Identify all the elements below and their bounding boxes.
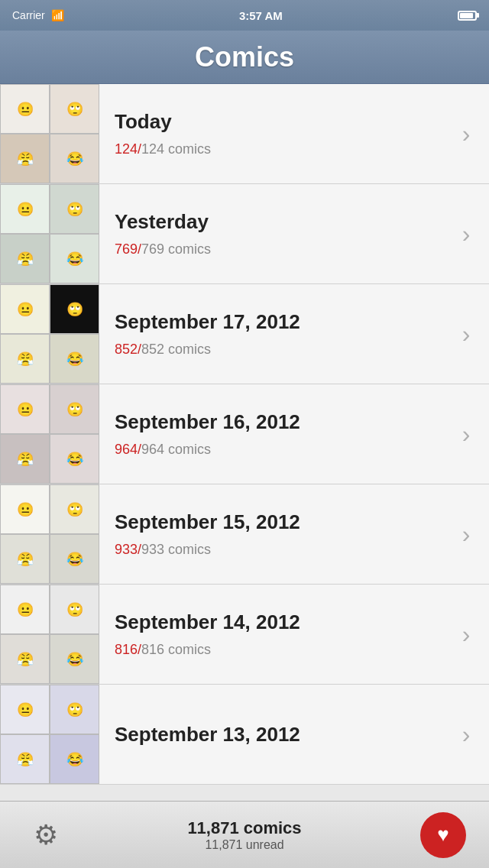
thumbnail-sep13: 😐🙄😤😂: [0, 685, 99, 784]
battery-icon: [458, 11, 477, 21]
chevron-icon: [451, 219, 481, 249]
item-count-today: 124/124 comics: [115, 141, 436, 157]
count-read: 933/: [115, 542, 141, 557]
item-content-sep14: September 14, 2012816/816 comics: [99, 597, 451, 672]
chevron-icon: [451, 719, 481, 750]
thumb-cell: 😂: [50, 234, 99, 283]
item-title-sep13: September 13, 2012: [115, 723, 436, 747]
status-time: 3:57 AM: [239, 9, 283, 22]
list-item-sep17[interactable]: 😐🙄😤😂September 17, 2012852/852 comics: [0, 284, 489, 384]
thumb-cell: 🙄: [50, 284, 99, 334]
thumb-cell: 😐: [0, 384, 50, 434]
item-count-sep17: 852/852 comics: [115, 342, 436, 358]
count-total: 816 comics: [141, 642, 211, 657]
favorites-button[interactable]: ♥: [420, 812, 466, 858]
item-content-sep15: September 15, 2012933/933 comics: [99, 497, 451, 572]
count-total: 964 comics: [141, 442, 211, 457]
thumb-cell: 🙄: [50, 685, 99, 734]
thumbnail-sep15: 😐🙄😤😂: [0, 484, 99, 584]
chevron-icon: [451, 519, 481, 549]
count-read: 964/: [115, 442, 141, 457]
nav-bar: Comics: [0, 31, 489, 84]
thumb-cell: 🙄: [50, 585, 99, 634]
thumb-cell: 🙄: [50, 184, 99, 234]
count-total: 933 comics: [141, 542, 211, 557]
list-item-yesterday[interactable]: 😐🙄😤😂Yesterday769/769 comics: [0, 184, 489, 284]
count-total: 769 comics: [141, 241, 211, 257]
item-title-today: Today: [115, 110, 436, 134]
chevron-icon: [451, 419, 481, 449]
item-title-yesterday: Yesterday: [115, 210, 436, 234]
item-content-sep17: September 17, 2012852/852 comics: [99, 296, 451, 371]
list-item-sep16[interactable]: 😐🙄😤😂September 16, 2012964/964 comics: [0, 384, 489, 484]
list-item-sep13[interactable]: 😐🙄😤😂September 13, 2012: [0, 685, 489, 785]
thumbnail-today: 😐🙄😤😂: [0, 84, 99, 183]
thumb-cell: 😂: [50, 334, 99, 384]
thumb-cell: 🙄: [50, 384, 99, 434]
chevron-icon: [451, 619, 481, 649]
thumbnail-yesterday: 😐🙄😤😂: [0, 184, 99, 283]
thumb-cell: 😐: [0, 284, 50, 334]
thumb-cell: 😂: [50, 734, 99, 784]
thumb-cell: 😤: [0, 134, 50, 183]
gear-icon: ⚙: [34, 819, 58, 851]
status-left: Carrier 📶: [12, 9, 64, 21]
heart-icon: ♥: [437, 823, 449, 847]
total-comics: 11,871 comics: [187, 818, 301, 838]
nav-title: Comics: [195, 41, 294, 73]
footer-stats: 11,871 comics 11,871 unread: [187, 818, 301, 852]
list-item-sep15[interactable]: 😐🙄😤😂September 15, 2012933/933 comics: [0, 484, 489, 585]
thumbnail-sep14: 😐🙄😤😂: [0, 585, 99, 684]
thumb-cell: 😤: [0, 534, 50, 584]
status-right: [458, 11, 477, 21]
comics-list: 😐🙄😤😂Today124/124 comics😐🙄😤😂Yesterday769/…: [0, 84, 489, 785]
list-item-sep14[interactable]: 😐🙄😤😂September 14, 2012816/816 comics: [0, 585, 489, 685]
chevron-icon: [451, 319, 481, 349]
thumb-cell: 😐: [0, 685, 50, 734]
item-count-sep14: 816/816 comics: [115, 642, 436, 658]
thumb-cell: 😂: [50, 634, 99, 684]
item-content-sep16: September 16, 2012964/964 comics: [99, 397, 451, 471]
item-count-yesterday: 769/769 comics: [115, 241, 436, 257]
thumb-cell: 😐: [0, 184, 50, 234]
chevron-icon: [451, 118, 481, 149]
thumbnail-sep17: 😐🙄😤😂: [0, 284, 99, 384]
wifi-icon: 📶: [51, 9, 64, 21]
status-bar: Carrier 📶 3:57 AM: [0, 0, 489, 31]
thumb-cell: 🙄: [50, 484, 99, 534]
thumb-cell: 😂: [50, 134, 99, 183]
thumb-cell: 😂: [50, 534, 99, 584]
item-content-sep13: September 13, 2012: [99, 709, 451, 760]
thumb-cell: 😤: [0, 234, 50, 283]
unread-comics: 11,871 unread: [187, 838, 301, 852]
thumb-cell: 😐: [0, 484, 50, 534]
count-read: 816/: [115, 642, 141, 657]
settings-button[interactable]: ⚙: [23, 812, 69, 858]
tab-bar: ⚙ 11,871 comics 11,871 unread ♥: [0, 801, 489, 868]
thumb-cell: 😤: [0, 634, 50, 684]
thumb-cell: 😤: [0, 734, 50, 784]
item-content-yesterday: Yesterday769/769 comics: [99, 196, 451, 271]
item-count-sep15: 933/933 comics: [115, 542, 436, 558]
item-title-sep15: September 15, 2012: [115, 510, 436, 534]
count-total: 124 comics: [141, 141, 211, 157]
thumb-cell: 😂: [50, 434, 99, 484]
item-count-sep16: 964/964 comics: [115, 442, 436, 458]
list-item-today[interactable]: 😐🙄😤😂Today124/124 comics: [0, 84, 489, 184]
thumbnail-sep16: 😐🙄😤😂: [0, 384, 99, 484]
item-content-today: Today124/124 comics: [99, 96, 451, 171]
thumb-cell: 😐: [0, 84, 50, 134]
count-total: 852 comics: [141, 342, 211, 357]
count-read: 769/: [115, 241, 141, 257]
carrier-label: Carrier: [12, 9, 45, 21]
count-read: 852/: [115, 342, 141, 357]
thumb-cell: 😤: [0, 334, 50, 384]
thumb-cell: 🙄: [50, 84, 99, 134]
item-title-sep16: September 16, 2012: [115, 410, 436, 434]
thumb-cell: 😐: [0, 585, 50, 634]
item-title-sep17: September 17, 2012: [115, 310, 436, 334]
item-title-sep14: September 14, 2012: [115, 611, 436, 634]
thumb-cell: 😤: [0, 434, 50, 484]
count-read: 124/: [115, 141, 141, 157]
